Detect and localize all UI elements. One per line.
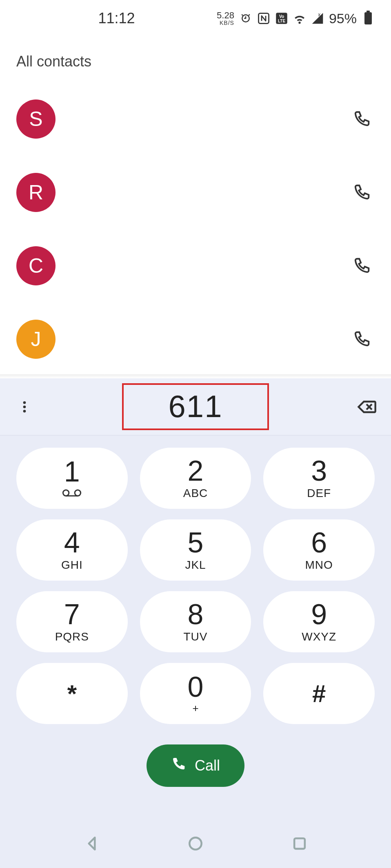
battery-icon: [362, 12, 375, 25]
svg-rect-12: [294, 838, 305, 849]
nav-back-button[interactable]: [80, 831, 104, 856]
keypad-5[interactable]: 5 JKL: [140, 519, 251, 581]
alarm-icon: [239, 12, 252, 25]
system-nav-bar: [0, 819, 391, 868]
keypad-1[interactable]: 1: [16, 448, 128, 509]
call-button[interactable]: Call: [147, 744, 244, 787]
keypad-6[interactable]: 6 MNO: [263, 519, 375, 581]
svg-point-5: [23, 401, 26, 404]
nav-recents-button[interactable]: [287, 831, 312, 856]
section-title-all-contacts: All contacts: [0, 37, 391, 82]
keypad-star[interactable]: *: [16, 663, 128, 724]
signal-icon: x: [311, 12, 324, 25]
dialer-menu-button[interactable]: [0, 400, 49, 414]
avatar: S: [16, 99, 56, 139]
avatar: J: [16, 320, 56, 359]
avatar: R: [16, 173, 56, 212]
svg-point-9: [75, 490, 81, 496]
contact-row[interactable]: S: [0, 82, 391, 156]
keypad-3[interactable]: 3 DEF: [263, 448, 375, 509]
svg-point-7: [23, 410, 26, 413]
voicemail-icon: [62, 488, 82, 499]
keypad-9[interactable]: 9 WXYZ: [263, 591, 375, 652]
nfc-icon: [257, 12, 270, 25]
call-contact-button[interactable]: [350, 327, 375, 351]
wifi-icon: [293, 12, 306, 25]
nav-home-button[interactable]: [183, 831, 208, 856]
phone-icon: [171, 756, 187, 776]
contact-row[interactable]: J: [0, 303, 391, 376]
svg-point-6: [23, 405, 26, 408]
battery-percentage: 95%: [329, 11, 357, 27]
call-button-label: Call: [195, 757, 220, 774]
avatar: C: [16, 246, 56, 285]
status-bar: 11:12 5.28 KB/S VoLTE x 95%: [0, 0, 391, 37]
call-contact-button[interactable]: [350, 180, 375, 205]
dialed-number-highlight: 611: [122, 383, 269, 430]
keypad-8[interactable]: 8 TUV: [140, 591, 251, 652]
svg-text:LTE: LTE: [278, 19, 285, 23]
contact-row[interactable]: R: [0, 156, 391, 229]
keypad-2[interactable]: 2 ABC: [140, 448, 251, 509]
volte-icon: VoLTE: [275, 12, 288, 25]
keypad: 1 2 ABC 3 DEF 4 GHI 5 JKL: [0, 435, 391, 739]
dialer-panel: 611 1 2 ABC 3 DEF 4: [0, 378, 391, 868]
status-network-speed: 5.28 KB/S: [217, 11, 234, 26]
svg-text:x: x: [318, 12, 320, 18]
backspace-button[interactable]: [342, 396, 391, 417]
contact-list: S R C J: [0, 82, 391, 376]
svg-point-11: [189, 837, 201, 849]
call-contact-button[interactable]: [350, 107, 375, 131]
status-time: 11:12: [98, 10, 135, 27]
call-contact-button[interactable]: [350, 254, 375, 278]
keypad-7[interactable]: 7 PQRS: [16, 591, 128, 652]
keypad-hash[interactable]: #: [263, 663, 375, 724]
keypad-0[interactable]: 0 +: [140, 663, 251, 724]
keypad-4[interactable]: 4 GHI: [16, 519, 128, 581]
svg-text:Vo: Vo: [279, 14, 284, 19]
contact-row[interactable]: C: [0, 229, 391, 303]
svg-point-8: [63, 490, 69, 496]
dialed-number-display[interactable]: 611: [49, 383, 342, 430]
